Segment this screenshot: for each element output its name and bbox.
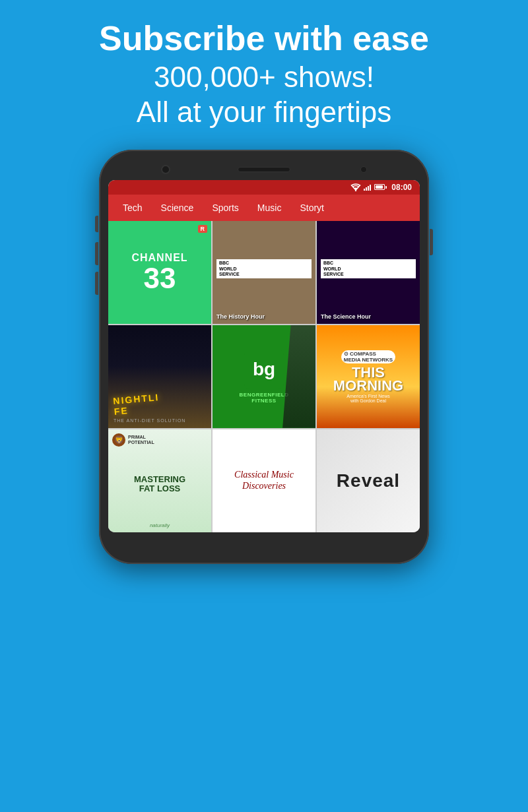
classical-music-title: Classical MusicDiscoveries (234, 470, 294, 492)
tab-music[interactable]: Music (248, 195, 291, 221)
bengreenfield-name: BENGREENFIELD FITNESS (240, 392, 289, 404)
tab-tech[interactable]: Tech (114, 195, 152, 221)
banner-title-line2: 300,000+ shows! (13, 60, 515, 95)
phone-speaker (238, 167, 290, 172)
channel33-r-badge: R (198, 225, 208, 233)
banner-title-line1: Subscribe with ease (13, 20, 515, 57)
tab-sports[interactable]: Sports (203, 195, 248, 221)
status-icons: 08:00 (350, 183, 412, 192)
this-morning-title: THISMORNING (333, 366, 403, 392)
banner-title-line3: All at your fingertips (13, 95, 515, 130)
battery-icon (374, 184, 385, 190)
volume-down-button (95, 242, 98, 265)
mute-button (95, 272, 98, 295)
history-hour-title: The History Hour (216, 313, 312, 320)
volume-up-button (95, 216, 98, 232)
mastering-fat-loss-title: MASTERINGFAT LOSS (112, 475, 207, 494)
list-item[interactable]: bg BENGREENFIELD FITNESS (213, 325, 315, 428)
reveal-title: Reveal (337, 470, 400, 491)
phone-bottom (108, 532, 420, 552)
bbc-world-service-badge-2: BBCWORLDSERVICE (321, 259, 416, 278)
list-item[interactable]: 🦁 PRIMALPOTENTIAL MASTERINGFAT LOSS natu… (108, 429, 211, 532)
bengreenfield-name-highlight: GREENFIELD (251, 392, 289, 398)
phone-wrapper: 08:00 Tech Science Sports Music Storyt R… (0, 150, 528, 564)
primal-potential-brand: PRIMALPOTENTIAL (128, 435, 154, 445)
status-time: 08:00 (391, 183, 412, 192)
wifi-icon (350, 183, 361, 191)
list-item[interactable]: NIGHTLIFE THE ANTI-DIET SOLUTION (108, 325, 211, 428)
primal-potential-logo: 🦁 PRIMALPOTENTIAL (112, 433, 207, 447)
this-morning-subtitle: America's First Newswith Gordon Deal (346, 394, 390, 403)
lion-icon: 🦁 (112, 433, 125, 447)
proximity-sensor (360, 166, 367, 173)
signal-icon (364, 184, 372, 191)
phone-top-bar (108, 162, 420, 180)
front-camera (161, 165, 170, 174)
bengreenfield-initials: bg (253, 360, 275, 379)
nav-tabs[interactable]: Tech Science Sports Music Storyt (108, 195, 420, 221)
channel33-number: 33 (144, 264, 176, 293)
list-item[interactable]: BBCWORLDSERVICE The Science Hour (317, 221, 420, 324)
mastering-fat-loss-subtitle: naturally (112, 522, 207, 528)
tab-science[interactable]: Science (152, 195, 203, 221)
nightlife-subtitle: THE ANTI-DIET SOLUTION (114, 418, 185, 423)
phone-device: 08:00 Tech Science Sports Music Storyt R… (99, 150, 429, 564)
bengreenfield-name-fitness: FITNESS (251, 398, 276, 404)
tab-storytelling[interactable]: Storyt (290, 195, 333, 221)
phone-screen: 08:00 Tech Science Sports Music Storyt R… (108, 180, 420, 532)
list-item[interactable]: Reveal (317, 429, 420, 532)
status-bar: 08:00 (108, 180, 420, 195)
bengreenfield-logo: bg (244, 350, 284, 389)
bbc-world-service-badge: BBCWORLDSERVICE (216, 259, 312, 278)
nightlife-title: NIGHTLIFE (113, 392, 161, 417)
list-item[interactable]: Classical MusicDiscoveries (213, 429, 315, 532)
power-button (430, 229, 433, 255)
top-banner: Subscribe with ease 300,000+ shows! All … (0, 0, 528, 143)
compass-media-badge: ⊙ COMPASSMEDIA NETWORKS (341, 350, 395, 363)
list-item[interactable]: BBCWORLDSERVICE The History Hour (213, 221, 315, 324)
list-item[interactable]: ⊙ COMPASSMEDIA NETWORKS THISMORNING Amer… (317, 325, 420, 428)
bengreenfield-name-text: BEN (240, 392, 251, 398)
content-grid: R CHANNEL 33 BBCWORLDSERVICE The History… (108, 221, 420, 532)
science-hour-title: The Science Hour (321, 313, 416, 320)
list-item[interactable]: R CHANNEL 33 (108, 221, 211, 324)
